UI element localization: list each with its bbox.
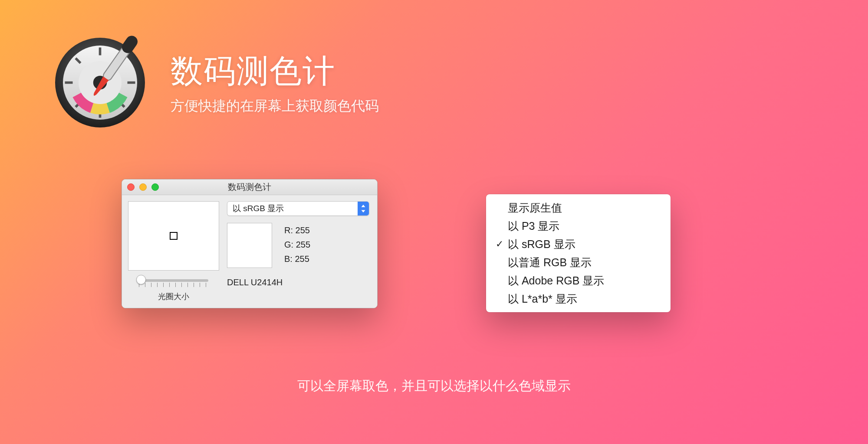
- hero-title: 数码测色计: [171, 50, 379, 93]
- menu-item-generic-rgb[interactable]: 以普通 RGB 显示: [486, 253, 671, 271]
- g-readout: G: 255: [284, 240, 310, 250]
- menu-item-native[interactable]: 显示原生值: [486, 199, 671, 217]
- magnifier-view: [128, 201, 219, 271]
- titlebar[interactable]: 数码测色计: [122, 180, 377, 195]
- checkmark-icon: ✓: [496, 238, 508, 250]
- menu-item-label: 显示原生值: [508, 201, 562, 215]
- display-name: DELL U2414H: [227, 278, 369, 287]
- color-swatch: [227, 223, 272, 268]
- app-window: 数码测色计 光圈大小 以 sRGB 显示: [122, 179, 378, 308]
- color-readout-row: R: 255 G: 255 B: 255: [227, 223, 369, 268]
- menu-item-label: 以 P3 显示: [508, 219, 559, 233]
- left-column: 光圈大小: [128, 201, 219, 302]
- right-column: 以 sRGB 显示 R: 255 G: 255 B: 255 DELL U241…: [227, 201, 369, 302]
- minimize-button[interactable]: [139, 183, 147, 191]
- window-title: 数码测色计: [122, 181, 377, 193]
- menu-item-label: 以 Adobe RGB 显示: [508, 274, 604, 288]
- menu-item-label: 以 sRGB 显示: [508, 237, 575, 251]
- aperture-indicator: [170, 232, 178, 240]
- r-readout: R: 255: [284, 225, 310, 235]
- menu-item-label: 以 L*a*b* 显示: [508, 292, 577, 306]
- dropdown-arrows-icon: [358, 202, 369, 215]
- color-space-menu: 显示原生值 以 P3 显示 ✓ 以 sRGB 显示 以普通 RGB 显示 以 A…: [486, 194, 671, 312]
- rgb-readout: R: 255 G: 255 B: 255: [284, 223, 310, 264]
- dropdown-selected-label: 以 sRGB 显示: [233, 203, 284, 214]
- aperture-slider-group: 光圈大小: [139, 279, 208, 302]
- color-space-dropdown[interactable]: 以 sRGB 显示: [227, 201, 369, 216]
- caption-text: 可以全屏幕取色，并且可以选择以什么色域显示: [0, 377, 868, 395]
- menu-item-adobe-rgb[interactable]: 以 Adobe RGB 显示: [486, 271, 671, 290]
- b-readout: B: 255: [284, 254, 310, 264]
- menu-item-label: 以普通 RGB 显示: [508, 255, 592, 270]
- traffic-lights: [122, 183, 159, 191]
- hero-text: 数码测色计 方便快捷的在屏幕上获取颜色代码: [171, 50, 379, 116]
- zoom-button[interactable]: [151, 183, 159, 191]
- menu-item-p3[interactable]: 以 P3 显示: [486, 217, 671, 235]
- app-icon: [51, 34, 149, 131]
- aperture-slider-thumb[interactable]: [136, 275, 146, 284]
- menu-item-srgb[interactable]: ✓ 以 sRGB 显示: [486, 235, 671, 253]
- menu-item-lab[interactable]: 以 L*a*b* 显示: [486, 290, 671, 308]
- hero-subtitle: 方便快捷的在屏幕上获取颜色代码: [171, 97, 379, 116]
- hero-section: 数码测色计 方便快捷的在屏幕上获取颜色代码: [51, 34, 379, 131]
- close-button[interactable]: [127, 183, 135, 191]
- window-body: 光圈大小 以 sRGB 显示 R: 255 G: 255 B: 255 DELL…: [122, 195, 377, 308]
- aperture-slider-label: 光圈大小: [158, 291, 189, 302]
- aperture-slider[interactable]: [139, 279, 208, 282]
